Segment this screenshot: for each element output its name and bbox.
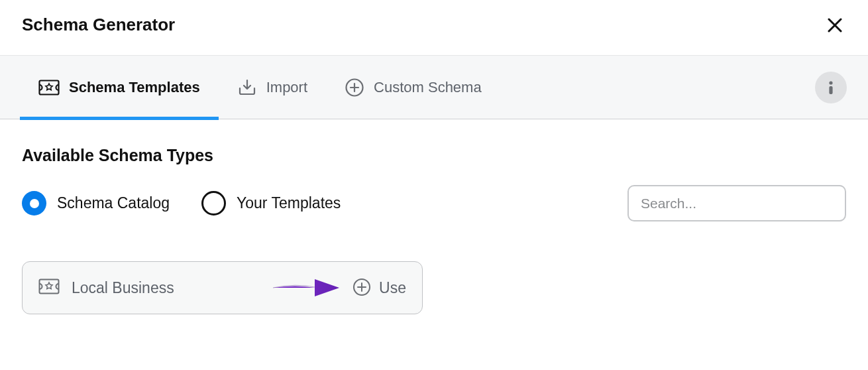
plus-circle-icon	[345, 78, 364, 97]
tab-custom-schema[interactable]: Custom Schema	[326, 55, 500, 119]
modal-header: Schema Generator	[0, 0, 868, 55]
radio-group: Schema Catalog Your Templates	[22, 191, 341, 216]
tabs-bar: Schema Templates Import Custom Schema	[0, 55, 868, 119]
svg-rect-3	[829, 86, 832, 94]
ticket-icon	[38, 278, 60, 297]
close-icon	[828, 18, 842, 32]
radio-label: Your Templates	[237, 194, 341, 212]
section-title: Available Schema Types	[22, 146, 846, 165]
radio-label: Schema Catalog	[57, 194, 170, 212]
radio-schema-catalog[interactable]: Schema Catalog	[22, 191, 170, 216]
import-icon	[237, 79, 257, 96]
tab-label: Import	[266, 79, 307, 96]
use-label: Use	[379, 279, 406, 297]
radio-indicator	[22, 191, 46, 216]
ticket-icon	[38, 80, 60, 95]
content-area: Available Schema Types Schema Catalog Yo…	[0, 119, 868, 341]
svg-point-2	[829, 81, 832, 84]
plus-circle-icon	[353, 278, 371, 298]
search-input[interactable]	[627, 185, 846, 221]
use-button[interactable]: Use	[353, 278, 406, 298]
tab-schema-templates[interactable]: Schema Templates	[20, 55, 219, 119]
tab-label: Schema Templates	[69, 79, 200, 96]
filter-row: Schema Catalog Your Templates	[22, 185, 846, 221]
radio-indicator	[201, 191, 226, 216]
tab-import[interactable]: Import	[219, 55, 326, 119]
arrow-annotation	[270, 271, 343, 304]
schema-card-local-business: Local Business Use	[22, 261, 423, 314]
close-button[interactable]	[825, 15, 845, 35]
card-left: Local Business	[38, 278, 174, 297]
modal-title: Schema Generator	[22, 15, 175, 35]
radio-your-templates[interactable]: Your Templates	[201, 191, 341, 216]
tab-label: Custom Schema	[374, 79, 482, 96]
card-title: Local Business	[72, 279, 174, 297]
info-icon	[822, 78, 840, 97]
info-button[interactable]	[815, 72, 847, 103]
